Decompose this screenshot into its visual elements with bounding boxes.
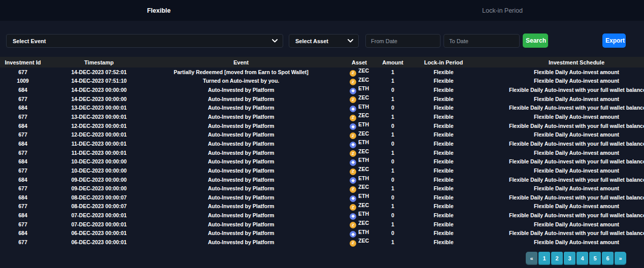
asset-ticker: ETH [358,157,369,163]
table-row: 677 11-DEC-2023 00:00:01 Auto-Invested b… [0,148,644,157]
cell-amount: 0 [376,193,410,202]
cell-event: Auto-Invested by Platform [152,193,330,202]
asset-ticker: ZEC [358,202,369,208]
cell-event: Turned on Auto-invest by you. [152,77,330,86]
cell-event: Partially Redeemed [moved from Earn to S… [152,68,330,77]
cell-investment-id: 684 [0,157,46,166]
cell-amount: 0 [376,157,410,166]
cell-asset: ◆ETH [330,121,376,130]
cell-amount: 0 [376,139,410,148]
pagination-page-2-button[interactable]: 2 [551,252,563,265]
table-row: 677 09-DEC-2023 00:00:00 Auto-Invested b… [0,184,644,193]
cell-event: Auto-Invested by Platform [152,157,330,166]
asset-ticker: ZEC [358,220,369,226]
tab-flexible[interactable]: Flexible [147,0,171,21]
cell-timestamp: 10-DEC-2023 00:00:00 [46,166,152,175]
cell-asset: ZZEC [330,148,376,157]
cell-investment-id: 1009 [0,77,46,86]
cell-asset: ZZEC [330,130,376,139]
eth-coin-icon: ◆ [350,142,356,148]
pagination: « 123456 » [526,252,626,265]
cell-investment-schedule: Flexible Daily Auto-invest with your ful… [477,121,644,130]
cell-timestamp: 14-DEC-2023 07:51:10 [46,77,152,86]
asset-ticker: ZEC [358,94,369,100]
cell-investment-schedule: Flexible Daily Auto-invest amount [477,184,644,193]
table-row: 684 11-DEC-2023 00:00:01 Auto-Invested b… [0,139,644,148]
cell-investment-id: 677 [0,184,46,193]
table-row: 684 14-DEC-2023 00:00:00 Auto-Invested b… [0,85,644,94]
investments-table: Investment Id Timestamp Event Asset Amou… [0,57,644,247]
cell-investment-id: 684 [0,229,46,238]
cell-investment-schedule: Flexible Daily Auto-invest amount [477,94,644,104]
cell-event: Auto-Invested by Platform [152,184,330,193]
cell-amount: 0 [376,175,410,184]
asset-ticker: ETH [358,193,369,199]
cell-timestamp: 06-DEC-2023 00:00:01 [46,229,152,238]
cell-lock-in-period: Flexible [410,112,477,121]
zec-coin-icon: Z [350,150,356,157]
table-row: 677 13-DEC-2023 00:00:01 Auto-Invested b… [0,112,644,121]
cell-event: Auto-Invested by Platform [152,220,330,229]
cell-timestamp: 13-DEC-2023 00:00:01 [46,112,152,121]
cell-lock-in-period: Flexible [410,193,477,202]
pagination-page-5-button[interactable]: 5 [589,252,601,265]
cell-investment-schedule: Flexible Daily Auto-invest with your ful… [477,157,644,166]
zec-coin-icon: Z [350,96,356,103]
asset-ticker: ETH [358,175,369,181]
pagination-page-3-button[interactable]: 3 [564,252,575,265]
pagination-page-1-button[interactable]: 1 [538,252,550,265]
to-date-input[interactable] [444,34,520,48]
cell-investment-id: 684 [0,121,46,130]
zec-coin-icon: Z [350,79,356,85]
table-row: 677 14-DEC-2023 00:00:00 Auto-Invested b… [0,94,644,104]
eth-coin-icon: ◆ [350,123,356,130]
eth-coin-icon: ◆ [350,213,356,220]
asset-ticker: ZEC [358,68,369,74]
cell-event: Auto-Invested by Platform [152,112,330,121]
cell-amount: 1 [376,166,410,175]
search-button[interactable]: Search [523,34,548,48]
pagination-prev-button[interactable]: « [526,252,537,265]
cell-event: Auto-Invested by Platform [152,211,330,220]
table-row: 684 09-DEC-2023 00:00:00 Auto-Invested b… [0,175,644,184]
cell-amount: 1 [376,130,410,139]
pagination-next-button[interactable]: » [615,252,626,265]
pagination-page-4-button[interactable]: 4 [577,252,588,265]
cell-amount: 1 [376,68,410,77]
select-asset-dropdown[interactable]: Select Asset [289,34,359,48]
cell-amount: 1 [376,112,410,121]
pagination-page-6-button[interactable]: 6 [602,252,614,265]
cell-asset: ZZEC [330,238,376,247]
cell-investment-id: 684 [0,211,46,220]
eth-coin-icon: ◆ [350,88,356,94]
cell-investment-id: 684 [0,104,46,113]
zec-coin-icon: Z [350,204,356,211]
tab-lock-in-period[interactable]: Lock-in Period [482,0,523,21]
cell-investment-schedule: Flexible Daily Auto-invest with your ful… [477,104,644,113]
select-event-dropdown[interactable]: Select Event [6,34,283,48]
col-investment-id: Investment Id [0,57,46,68]
asset-ticker: ETH [358,121,369,127]
asset-ticker: ETH [358,85,369,91]
cell-lock-in-period: Flexible [410,202,477,211]
col-event: Event [152,57,330,68]
cell-investment-id: 684 [0,175,46,184]
col-investment-schedule: Investment Schedule [477,57,644,68]
cell-lock-in-period: Flexible [410,148,477,157]
cell-lock-in-period: Flexible [410,139,477,148]
zec-coin-icon: Z [350,169,356,175]
asset-ticker: ZEC [358,238,369,244]
cell-timestamp: 08-DEC-2023 00:00:07 [46,202,152,211]
table-header: Investment Id Timestamp Event Asset Amou… [0,57,644,68]
from-date-input[interactable] [365,34,440,48]
export-button[interactable]: Export [602,34,626,48]
asset-ticker: ZEC [358,184,369,190]
cell-amount: 0 [376,104,410,113]
chevron-down-icon [348,39,353,43]
cell-amount: 1 [376,184,410,193]
cell-event: Auto-Invested by Platform [152,202,330,211]
cell-event: Auto-Invested by Platform [152,175,330,184]
cell-investment-id: 677 [0,112,46,121]
zec-coin-icon: Z [350,70,356,77]
cell-asset: ZZEC [330,202,376,211]
